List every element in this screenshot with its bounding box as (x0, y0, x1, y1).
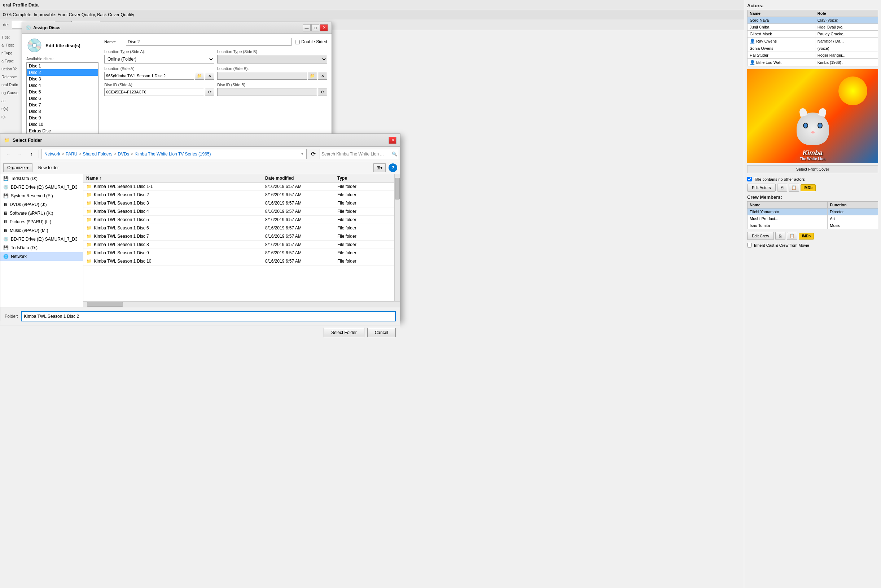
disc-item-1[interactable]: Disc 1 (27, 63, 98, 69)
search-input[interactable] (320, 149, 399, 159)
no-other-actors-checkbox[interactable] (747, 177, 752, 182)
folder-item-disc2[interactable]: 📁 Kimba TWL Season 1 Disc 2 8/16/2019 6:… (83, 191, 394, 199)
breadcrumb-network[interactable]: Network (44, 152, 60, 156)
help-button[interactable]: ? (389, 164, 397, 172)
folder-item-disc10[interactable]: 📁 Kimba TWL Season 1 Disc 10 8/16/2019 6… (83, 257, 394, 266)
col-name-header[interactable]: Name ↑ (86, 176, 265, 181)
up-button[interactable]: ↑ (26, 149, 36, 159)
actor-row-hal[interactable]: Hal Studer Roger Ranger... (747, 52, 878, 59)
left-item-sysres[interactable]: 💾 System Reserved (F:) (0, 192, 83, 200)
left-item-pictures[interactable]: 🖥 Pictures (\\PARU) (L:) (0, 218, 83, 226)
location-b-input[interactable] (217, 72, 307, 80)
left-item-software[interactable]: 🖥 Software (\\PARU) (K:) (0, 209, 83, 218)
cancel-button[interactable]: Cancel (367, 328, 396, 337)
view-button[interactable]: ⊞ ▾ (374, 164, 386, 172)
horizontal-scrollbar[interactable] (83, 301, 400, 307)
location-b-clear-button[interactable]: ✕ (318, 72, 327, 80)
edit-actors-button[interactable]: Edit Actors (747, 184, 776, 192)
edit-crew-button[interactable]: Edit Crew (747, 232, 774, 240)
copy-actors-button[interactable]: ⎘ (777, 184, 787, 192)
copy-crew-button[interactable]: ⎘ (775, 232, 785, 240)
actor-row-gilbert[interactable]: Gilbert Mack Pauley Cracke... (747, 31, 878, 38)
breadcrumb-shared[interactable]: Shared Folders (83, 152, 113, 156)
left-item-bdre-2[interactable]: 💿 BD-RE Drive (E:) SAMURAI_7_D3 (0, 235, 83, 243)
crew-row-eiichi[interactable]: Eiichi Yamamoto Director (747, 208, 878, 215)
disc-item-10[interactable]: Disc 10 (27, 121, 98, 128)
breadcrumb-sep-4: > (131, 152, 133, 156)
location-side-b-select[interactable] (217, 55, 327, 63)
breadcrumb-dropdown-icon[interactable]: ▾ (301, 152, 303, 156)
left-item-network[interactable]: 🌐 Network (0, 252, 83, 261)
crew-row-isao[interactable]: Isao Tomita Music (747, 222, 878, 229)
minimize-button[interactable]: — (303, 24, 311, 32)
breadcrumb-paru[interactable]: PARU (66, 152, 77, 156)
breadcrumb-kimba[interactable]: Kimba The White Lion TV Series (1965) (135, 152, 211, 156)
col-type-header[interactable]: Type (337, 176, 392, 181)
crew-row-mushi[interactable]: Mushi Product... Art (747, 215, 878, 222)
select-folder-button[interactable]: Select Folder (324, 328, 365, 337)
close-button[interactable]: ✕ (320, 24, 328, 32)
disc-item-2[interactable]: Disc 2 (27, 69, 98, 76)
disc-id-b-scan-button[interactable]: ⟳ (318, 88, 327, 96)
folder-item-disc1-1[interactable]: 📁 Kimba TWL Season 1 Disc 1-1 8/16/2019 … (83, 183, 394, 191)
actors-imdb-button[interactable]: IMDb (800, 184, 816, 191)
disc-name-input[interactable] (126, 38, 291, 46)
actor-row-junji[interactable]: Junji Chiba Hige Oyaji (vo... (747, 24, 878, 31)
breadcrumb-dvds[interactable]: DVDs (118, 152, 129, 156)
folder-dialog-close-button[interactable]: ✕ (389, 137, 396, 144)
location-b-browse-button[interactable]: 📁 (308, 72, 317, 80)
actor-row-billie[interactable]: 👤 Billie Lou Watt Kimba (1966) ... (747, 59, 878, 66)
actor-row-goro[interactable]: Gorô Naya Clav (voice) (747, 17, 878, 24)
disc-item-6[interactable]: Disc 6 (27, 95, 98, 102)
folder-item-disc3[interactable]: 📁 Kimba TWL Season 1 Disc 3 8/16/2019 6:… (83, 199, 394, 207)
disc-item-4[interactable]: Disc 4 (27, 82, 98, 89)
disc-item-8[interactable]: Disc 8 (27, 108, 98, 115)
back-button[interactable]: ← (3, 149, 14, 159)
location-side-a-select[interactable]: Online (Folder) Local Network (104, 55, 214, 63)
disc-id-a-scan-button[interactable]: ⟳ (205, 88, 214, 96)
left-item-music[interactable]: 🖥 Music (\\PARU) (M:) (0, 226, 83, 235)
paste-actors-button[interactable]: 📋 (789, 184, 799, 192)
left-item-dvds[interactable]: 🖥 DVDs (\\PARU) (J:) (0, 200, 83, 209)
h-scroll-thumb[interactable] (87, 302, 123, 307)
new-folder-button[interactable]: New folder (35, 164, 62, 172)
location-a-clear-button[interactable]: ✕ (205, 72, 214, 80)
folder-right-panel[interactable]: Name ↑ Date modified Type 📁 Kimba TWL Se… (83, 174, 394, 301)
disc-item-7[interactable]: Disc 7 (27, 102, 98, 108)
double-sided-checkbox[interactable] (295, 40, 300, 44)
folder-left-panel[interactable]: 💾 TedsData (D:) 💿 BD-RE Drive (E:) SAMUR… (0, 174, 83, 301)
location-a-input[interactable] (104, 72, 194, 80)
folder-item-disc5[interactable]: 📁 Kimba TWL Season 1 Disc 5 8/16/2019 6:… (83, 216, 394, 224)
actor-row-ray[interactable]: 👤 Ray Owens Narrator / Da... (747, 38, 878, 45)
col-date-header[interactable]: Date modified (265, 176, 337, 181)
paste-crew-button[interactable]: 📋 (787, 232, 797, 240)
left-item-tedsdata[interactable]: 💾 TedsData (D:) (0, 174, 83, 183)
folder-item-disc4[interactable]: 📁 Kimba TWL Season 1 Disc 4 8/16/2019 6:… (83, 207, 394, 216)
vertical-scrollbar[interactable] (394, 174, 400, 301)
left-item-tedsdata-2[interactable]: 💾 TedsData (D:) (0, 243, 83, 252)
crew-imdb-button[interactable]: IMDb (799, 232, 814, 240)
folder-item-disc6[interactable]: 📁 Kimba TWL Season 1 Disc 6 8/16/2019 6:… (83, 224, 394, 232)
disc-item-9[interactable]: Disc 9 (27, 115, 98, 121)
forward-button[interactable]: → (15, 149, 25, 159)
select-front-cover-button[interactable]: Select Front Cover (747, 165, 878, 173)
refresh-button[interactable]: ⟳ (308, 149, 318, 159)
folder-item-disc9[interactable]: 📁 Kimba TWL Season 1 Disc 9 8/16/2019 6:… (83, 249, 394, 257)
left-item-bdre-1[interactable]: 💿 BD-RE Drive (E:) SAMURAI_7_D3 (0, 183, 83, 192)
scroll-thumb[interactable] (395, 178, 400, 200)
maximize-button[interactable]: □ (311, 24, 319, 32)
code-label: de: (3, 22, 9, 27)
breadcrumb-bar[interactable]: Network > PARU > Shared Folders > DVDs >… (41, 149, 307, 159)
double-sided-check[interactable]: Double Sided (295, 39, 327, 44)
organize-button[interactable]: Organize ▾ (3, 164, 33, 172)
location-a-browse-button[interactable]: 📁 (195, 72, 204, 80)
folder-item-disc8[interactable]: 📁 Kimba TWL Season 1 Disc 8 8/16/2019 6:… (83, 241, 394, 249)
disc-id-a-input[interactable] (104, 88, 204, 96)
inherit-cast-checkbox[interactable] (747, 243, 752, 248)
disc-id-b-input[interactable] (217, 88, 317, 96)
folder-input[interactable] (21, 311, 396, 321)
actor-row-sonia[interactable]: Sonia Owens (voice) (747, 45, 878, 52)
disc-item-5[interactable]: Disc 5 (27, 89, 98, 95)
folder-item-disc7[interactable]: 📁 Kimba TWL Season 1 Disc 7 8/16/2019 6:… (83, 232, 394, 241)
disc-item-3[interactable]: Disc 3 (27, 76, 98, 82)
